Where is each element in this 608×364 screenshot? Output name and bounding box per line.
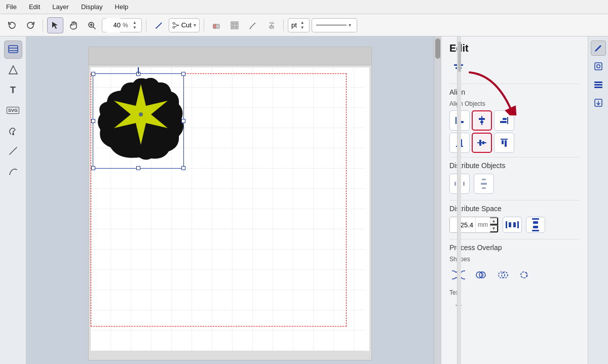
svg-point-6 — [173, 26, 175, 28]
object-group[interactable] — [93, 71, 189, 173]
layers-panel-btn[interactable] — [591, 77, 606, 92]
distribute-objects-grid — [449, 174, 580, 194]
svg-rect-17 — [270, 26, 274, 28]
select-tool-button[interactable] — [47, 17, 63, 33]
svg-point-30 — [139, 112, 143, 116]
distribute-space-label: Distribute Space — [449, 205, 580, 213]
distribute-objects-label: Distribute Objects — [449, 161, 580, 170]
canvas-scroll[interactable] — [26, 36, 441, 364]
intersection-btn[interactable] — [494, 266, 512, 284]
svg-marker-26 — [9, 66, 17, 74]
zoom-input-group[interactable]: % ▲ ▼ — [102, 18, 142, 32]
zoom-spinner[interactable]: ▲ ▼ — [131, 20, 138, 30]
curve-tool[interactable] — [4, 162, 22, 180]
canvas-area — [26, 36, 441, 364]
dist-space-h-btn[interactable] — [503, 217, 522, 233]
svg-point-21 — [272, 22, 273, 23]
panel-icon-row — [449, 59, 580, 77]
edit-mode-btn[interactable] — [591, 41, 606, 56]
align-center-v-btn[interactable] — [472, 133, 492, 153]
svg-rect-55 — [463, 182, 465, 186]
pen-tool-button[interactable] — [150, 17, 167, 33]
sep4 — [283, 19, 284, 31]
right-panel-scroll-thumb[interactable] — [458, 42, 461, 72]
svg-rect-58 — [482, 187, 486, 189]
spray-tool-button[interactable] — [263, 17, 279, 33]
svg-rect-65 — [533, 221, 538, 224]
svg-rect-74 — [594, 82, 602, 83]
pt-dropdown[interactable]: pt ▲▼ — [288, 18, 310, 32]
svg-rect-76 — [594, 87, 602, 88]
svg-rect-10 — [213, 24, 216, 28]
distribute-v-btn[interactable] — [474, 174, 494, 194]
svg-point-22 — [273, 23, 274, 24]
svg-rect-23 — [9, 46, 18, 53]
sep1 — [43, 19, 43, 31]
hand-tool-button[interactable] — [65, 17, 82, 33]
text-row: T — [449, 299, 580, 317]
svg-point-20 — [270, 22, 271, 23]
svg-tool[interactable]: SVG — [4, 101, 22, 119]
distribute-space-row: mm ▲ ▼ — [449, 217, 580, 233]
text-tool[interactable]: T — [4, 81, 22, 99]
dist-spinner[interactable]: ▲ ▼ — [490, 217, 498, 232]
redo-button[interactable] — [22, 17, 39, 33]
transform-btn[interactable] — [591, 59, 606, 74]
line-sample — [316, 25, 347, 25]
scroll-thumb-v[interactable] — [435, 38, 440, 59]
align-right-btn[interactable] — [494, 110, 514, 131]
layers-tool[interactable] — [4, 41, 22, 59]
menu-layer[interactable]: Layer — [50, 2, 71, 12]
fill-tool-button[interactable] — [226, 17, 243, 33]
zoom-percent: % — [123, 22, 128, 29]
process-overlap-label: Process Overlap — [449, 244, 580, 252]
line-dropdown[interactable]: ▾ — [312, 18, 357, 32]
svg-point-69 — [499, 272, 505, 278]
page-content[interactable] — [91, 67, 369, 351]
menu-edit[interactable]: Edit — [27, 2, 42, 12]
svg-rect-61 — [509, 222, 511, 227]
svg-rect-42 — [503, 118, 507, 120]
grid-canvas[interactable] — [91, 67, 364, 351]
svg-rect-39 — [479, 118, 485, 120]
menu-help[interactable]: Help — [113, 2, 131, 12]
svg-line-28 — [10, 147, 17, 154]
zoom-tool-button[interactable] — [84, 17, 100, 33]
paint-tool[interactable] — [4, 122, 22, 140]
dist-value-input[interactable] — [450, 221, 475, 229]
process-overlap-section: Process Overlap Shapes — [449, 244, 580, 317]
svg-rect-43 — [500, 121, 507, 123]
menu-display[interactable]: Display — [79, 2, 105, 12]
align-center-h-btn[interactable] — [472, 110, 492, 131]
dist-space-v-btn[interactable] — [526, 217, 545, 233]
eraser-tool-button[interactable] — [208, 17, 224, 33]
right-panel-scrollbar[interactable] — [457, 36, 461, 364]
svg-rect-38 — [481, 116, 482, 125]
export-btn[interactable] — [591, 95, 606, 110]
line-draw-tool[interactable] — [4, 142, 22, 160]
main-layout: T SVG — [0, 36, 608, 364]
shapes-tool[interactable] — [4, 61, 22, 79]
align-page-btn[interactable] — [494, 133, 514, 153]
svg-rect-50 — [501, 139, 508, 140]
shapes-row — [449, 266, 580, 284]
svg-rect-48 — [479, 140, 481, 146]
svg-rect-59 — [506, 221, 507, 228]
canvas-scrollbar-v[interactable] — [434, 36, 441, 364]
undo-button[interactable] — [4, 17, 20, 33]
svg-rect-53 — [454, 182, 456, 186]
menu-file[interactable]: File — [4, 2, 19, 12]
divider4 — [449, 239, 580, 239]
svg-rect-12 — [232, 23, 234, 25]
pencil-tool-button[interactable] — [245, 17, 261, 33]
svg-rect-41 — [507, 117, 508, 124]
difference-btn[interactable] — [472, 266, 490, 284]
svg-marker-0 — [52, 22, 58, 29]
svg-rect-35 — [455, 117, 457, 124]
cut-dropdown[interactable]: Cut ▾ — [169, 18, 200, 32]
svg-point-27 — [12, 133, 14, 135]
svg-line-8 — [175, 25, 179, 27]
zoom-input[interactable] — [105, 18, 121, 32]
sep3 — [204, 19, 204, 31]
exclusion-btn[interactable] — [516, 266, 535, 284]
